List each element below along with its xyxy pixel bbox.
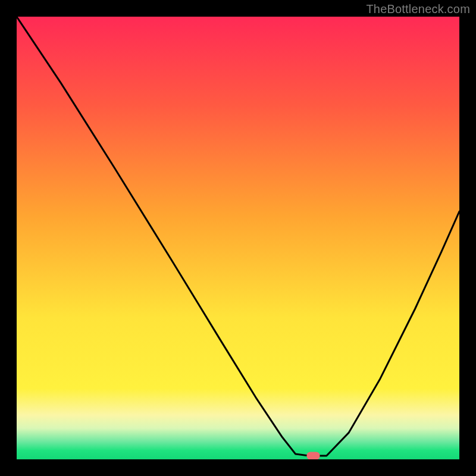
plot-area xyxy=(17,17,459,459)
attribution-watermark: TheBottleneck.com xyxy=(366,2,470,16)
optimal-marker xyxy=(307,452,320,460)
gradient-background xyxy=(17,17,459,459)
chart-frame: TheBottleneck.com xyxy=(0,0,476,476)
chart-svg xyxy=(17,17,459,459)
